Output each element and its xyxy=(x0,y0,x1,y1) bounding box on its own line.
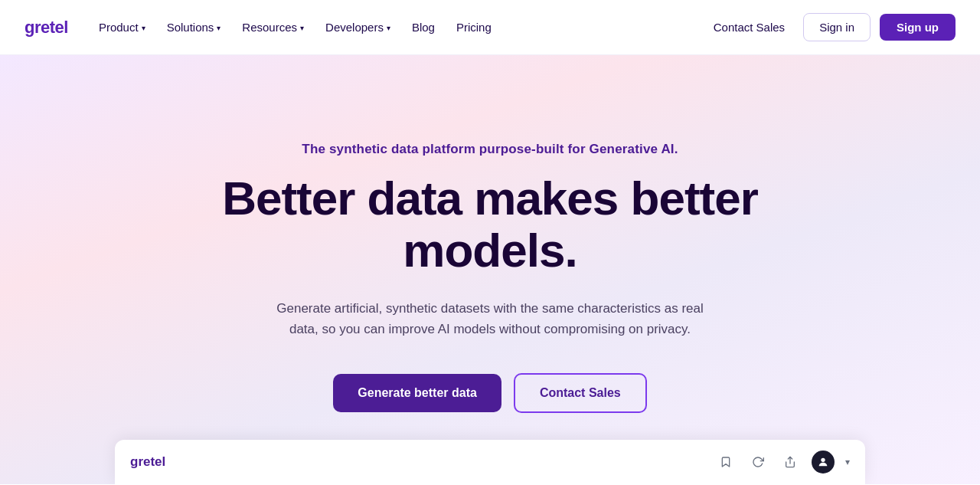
nav-right: Contact Sales Sign in Sign up xyxy=(704,13,956,41)
panel-icons: ▾ xyxy=(715,451,850,474)
share-icon[interactable] xyxy=(779,451,801,473)
panel-logo: gretel xyxy=(130,454,165,470)
nav-label-solutions: Solutions xyxy=(167,21,214,34)
refresh-icon[interactable] xyxy=(747,451,769,473)
chevron-down-icon: ▾ xyxy=(387,24,390,32)
nav-label-product: Product xyxy=(99,21,139,34)
sign-up-button[interactable]: Sign up xyxy=(880,14,956,41)
chevron-down-icon: ▾ xyxy=(300,24,304,32)
sign-in-button[interactable]: Sign in xyxy=(803,13,871,41)
panel-chevron-icon[interactable]: ▾ xyxy=(845,457,850,467)
navbar: gretel Product ▾ Solutions ▾ Resources ▾… xyxy=(0,0,980,55)
avatar[interactable] xyxy=(812,451,835,474)
svg-point-1 xyxy=(821,458,825,462)
contact-sales-link[interactable]: Contact Sales xyxy=(704,15,794,40)
generate-better-data-button[interactable]: Generate better data xyxy=(333,374,501,412)
chevron-down-icon: ▾ xyxy=(217,24,220,32)
nav-item-resources[interactable]: Resources ▾ xyxy=(233,15,313,40)
nav-item-developers[interactable]: Developers ▾ xyxy=(316,15,400,40)
nav-item-product[interactable]: Product ▾ xyxy=(90,15,155,40)
contact-sales-button[interactable]: Contact Sales xyxy=(514,373,647,413)
nav-label-pricing: Pricing xyxy=(456,21,492,34)
bottom-panel: gretel ▾ xyxy=(115,440,865,484)
hero-section: The synthetic data platform purpose-buil… xyxy=(0,55,980,484)
hero-title: Better data makes better models. xyxy=(176,172,804,277)
nav-left: gretel Product ▾ Solutions ▾ Resources ▾… xyxy=(24,15,501,40)
logo[interactable]: gretel xyxy=(24,18,68,38)
nav-label-developers: Developers xyxy=(325,21,384,34)
nav-item-blog[interactable]: Blog xyxy=(403,15,444,40)
nav-item-pricing[interactable]: Pricing xyxy=(447,15,501,40)
nav-label-resources: Resources xyxy=(242,21,297,34)
hero-buttons: Generate better data Contact Sales xyxy=(333,373,646,413)
hero-tagline: The synthetic data platform purpose-buil… xyxy=(302,142,678,157)
bookmark-icon[interactable] xyxy=(715,451,737,473)
nav-label-blog: Blog xyxy=(412,21,435,34)
chevron-down-icon: ▾ xyxy=(142,24,145,32)
hero-description: Generate artificial, synthetic datasets … xyxy=(276,298,704,339)
nav-item-solutions[interactable]: Solutions ▾ xyxy=(158,15,230,40)
